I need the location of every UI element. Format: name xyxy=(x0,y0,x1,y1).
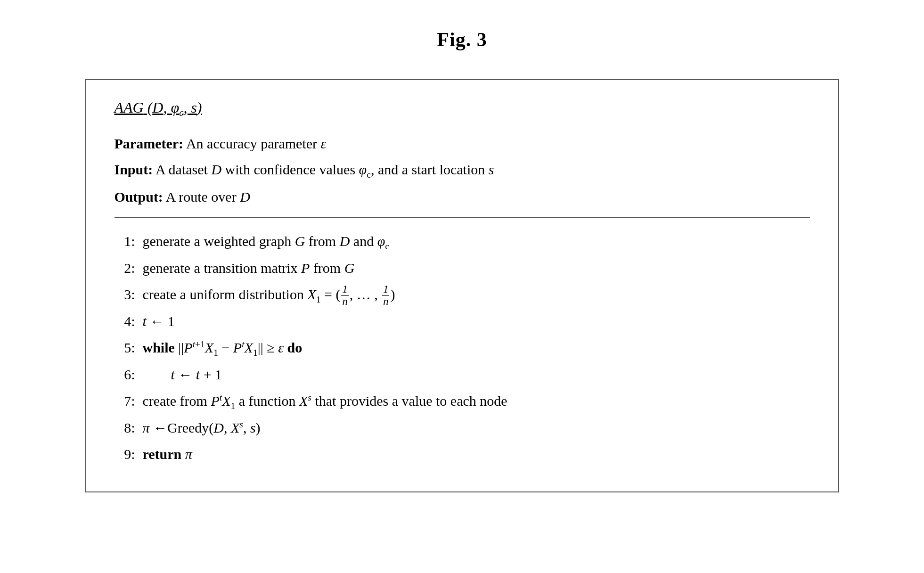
step-5-content: while ||Pt+1X1 − PtX1|| ≥ ε do xyxy=(143,335,810,361)
step-3: 3: create a uniform distribution X1 = (1… xyxy=(114,282,810,308)
step-4-num: 4: xyxy=(114,309,143,334)
page-title: Fig. 3 xyxy=(437,28,487,51)
step-3-content: create a uniform distribution X1 = (1n, … xyxy=(143,282,810,308)
algorithm-header: AAG (D, φc, s) xyxy=(114,99,810,118)
step-7-content: create from PtX1 a function Xs that prov… xyxy=(143,388,810,414)
parameter-line: Parameter: An accuracy parameter ε xyxy=(114,131,810,156)
step-5: 5: while ||Pt+1X1 − PtX1|| ≥ ε do xyxy=(114,335,810,361)
step-1-num: 1: xyxy=(114,229,143,254)
input-line: Input: A dataset D with confidence value… xyxy=(114,157,810,182)
step-9-num: 9: xyxy=(114,442,143,467)
section-divider xyxy=(114,217,810,218)
step-9-content: return π xyxy=(143,442,810,467)
algorithm-box: AAG (D, φc, s) Parameter: An accuracy pa… xyxy=(85,79,839,492)
output-line: Output: A route over D xyxy=(114,185,810,209)
step-7-num: 7: xyxy=(114,388,143,414)
step-1-content: generate a weighted graph G from D and φ… xyxy=(143,229,810,254)
step-3-num: 3: xyxy=(114,282,143,307)
step-4: 4: t ← 1 xyxy=(114,309,810,334)
step-8-num: 8: xyxy=(114,415,143,441)
step-1: 1: generate a weighted graph G from D an… xyxy=(114,229,810,254)
step-2: 2: generate a transition matrix P from G xyxy=(114,255,810,281)
step-2-num: 2: xyxy=(114,255,143,281)
step-2-content: generate a transition matrix P from G xyxy=(143,255,810,281)
algorithm-steps: 1: generate a weighted graph G from D an… xyxy=(114,229,810,467)
step-8-content: π ←Greedy(D, Xs, s) xyxy=(143,415,810,441)
step-7: 7: create from PtX1 a function Xs that p… xyxy=(114,388,810,414)
step-6: 6: t ← t + 1 xyxy=(114,362,810,387)
step-5-num: 5: xyxy=(114,335,143,360)
step-4-content: t ← 1 xyxy=(143,309,810,334)
step-9: 9: return π xyxy=(114,442,810,467)
step-6-num: 6: xyxy=(114,362,143,387)
step-6-content: t ← t + 1 xyxy=(143,362,810,387)
step-8: 8: π ←Greedy(D, Xs, s) xyxy=(114,415,810,441)
